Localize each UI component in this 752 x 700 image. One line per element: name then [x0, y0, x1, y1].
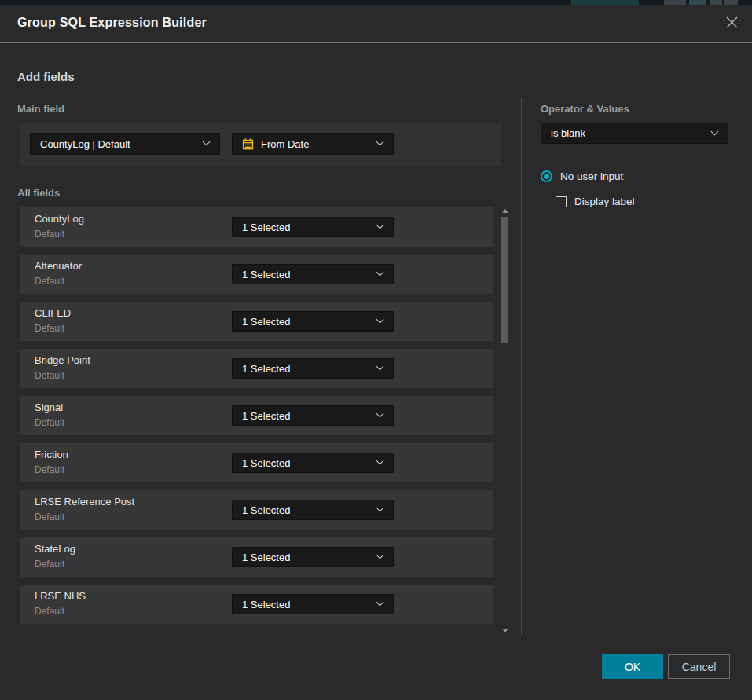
dialog-header: Group SQL Expression Builder — [0, 5, 752, 43]
no-user-input-radio[interactable]: No user input — [541, 170, 623, 182]
field-name: LRSE Reference Post — [35, 496, 134, 508]
chevron-down-icon — [376, 316, 384, 324]
column-divider — [521, 98, 522, 635]
field-subtitle: Default — [35, 417, 64, 428]
field-row-attenuator: Attenuator Default 1 Selected — [20, 255, 493, 294]
field-selection-value: 1 Selected — [242, 316, 290, 328]
scrollbar-thumb[interactable] — [501, 217, 508, 343]
operator-select[interactable]: is blank — [541, 123, 728, 144]
field-selection-select[interactable]: 1 Selected — [232, 358, 394, 379]
layer-select-value: CountyLog | Default — [40, 138, 130, 150]
field-name: Attenuator — [35, 260, 82, 272]
layer-select[interactable]: CountyLog | Default — [30, 133, 220, 155]
field-row-signal: Signal Default 1 Selected — [20, 396, 493, 435]
all-fields-list: CountyLog Default 1 Selected Attenuator … — [20, 207, 493, 632]
field-row-friction: Friction Default 1 Selected — [20, 443, 493, 482]
main-field-label: Main field — [17, 103, 64, 115]
chevron-down-icon — [376, 552, 384, 559]
scrollbar[interactable] — [500, 206, 511, 634]
display-label-checkbox[interactable]: Display label — [556, 196, 635, 207]
field-selection-value: 1 Selected — [242, 269, 290, 280]
field-selection-select[interactable]: 1 Selected — [232, 217, 394, 237]
main-field-select-value: From Date — [261, 138, 309, 150]
field-subtitle: Default — [35, 323, 64, 334]
field-selection-select[interactable]: 1 Selected — [232, 264, 394, 284]
field-row-statelog: StateLog Default 1 Selected — [20, 537, 493, 577]
chevron-down-icon — [376, 363, 384, 371]
chevron-down-icon — [376, 504, 384, 512]
field-row-clifed: CLIFED Default 1 Selected — [20, 302, 493, 341]
chevron-down-icon — [376, 269, 384, 277]
chevron-down-icon — [376, 138, 384, 146]
ok-button[interactable]: OK — [602, 654, 663, 679]
chevron-down-icon — [376, 599, 384, 607]
field-name: StateLog — [35, 543, 75, 555]
field-name: LRSE NHS — [35, 590, 86, 602]
no-user-input-label: No user input — [560, 170, 623, 182]
field-selection-select[interactable]: 1 Selected — [232, 547, 394, 567]
field-row-lrse-reference-post: LRSE Reference Post Default 1 Selected — [20, 490, 493, 530]
group-sql-expression-builder-dialog: Group SQL Expression Builder Add fields … — [0, 5, 752, 700]
field-selection-value: 1 Selected — [242, 599, 290, 610]
chevron-down-icon — [203, 138, 211, 146]
cancel-button[interactable]: Cancel — [668, 654, 730, 679]
field-name: Bridge Point — [35, 354, 90, 366]
close-icon — [725, 16, 739, 31]
add-fields-heading: Add fields — [17, 70, 75, 83]
field-row-lrse-nhs: LRSE NHS Default 1 Selected — [20, 585, 493, 624]
field-row-bridge-point: Bridge Point Default 1 Selected — [20, 349, 493, 388]
field-selection-select[interactable]: 1 Selected — [232, 405, 394, 426]
field-selection-select[interactable]: 1 Selected — [232, 453, 394, 473]
operator-select-value: is blank — [551, 127, 585, 139]
scroll-down-icon[interactable] — [502, 629, 508, 632]
field-selection-select[interactable]: 1 Selected — [232, 500, 394, 520]
field-subtitle: Default — [35, 606, 64, 617]
field-name: Friction — [35, 449, 68, 460]
chevron-down-icon — [376, 222, 384, 229]
field-selection-value: 1 Selected — [242, 504, 290, 516]
field-selection-value: 1 Selected — [242, 552, 290, 563]
field-subtitle: Default — [35, 229, 64, 240]
field-selection-value: 1 Selected — [242, 222, 290, 233]
field-subtitle: Default — [35, 276, 64, 287]
radio-selected-icon — [541, 170, 552, 182]
calendar-icon — [242, 138, 254, 150]
field-row-countylog: CountyLog Default 1 Selected — [20, 207, 493, 247]
main-field-panel: CountyLog | Default From Date — [20, 123, 501, 166]
all-fields-label: All fields — [17, 187, 60, 199]
field-selection-select[interactable]: 1 Selected — [232, 311, 394, 332]
chevron-down-icon — [376, 410, 384, 418]
scroll-up-icon[interactable] — [502, 209, 508, 213]
field-subtitle: Default — [35, 559, 64, 570]
dialog-title: Group SQL Expression Builder — [17, 16, 207, 30]
main-field-select[interactable]: From Date — [232, 133, 394, 155]
field-selection-select[interactable]: 1 Selected — [232, 594, 394, 614]
field-name: CountyLog — [35, 213, 84, 225]
operator-values-label: Operator & Values — [541, 103, 629, 115]
display-label-text: Display label — [574, 196, 635, 207]
field-selection-value: 1 Selected — [242, 457, 290, 469]
chevron-down-icon — [376, 457, 384, 465]
radio-dot — [544, 174, 549, 179]
close-button[interactable] — [721, 13, 742, 34]
field-selection-value: 1 Selected — [242, 363, 290, 375]
chevron-down-icon — [711, 127, 719, 135]
field-subtitle: Default — [35, 464, 64, 475]
checkbox-unchecked-icon — [556, 196, 567, 207]
field-name: CLIFED — [35, 307, 71, 319]
field-subtitle: Default — [35, 370, 64, 381]
field-selection-value: 1 Selected — [242, 410, 290, 422]
field-name: Signal — [35, 401, 63, 413]
field-subtitle: Default — [35, 511, 64, 522]
